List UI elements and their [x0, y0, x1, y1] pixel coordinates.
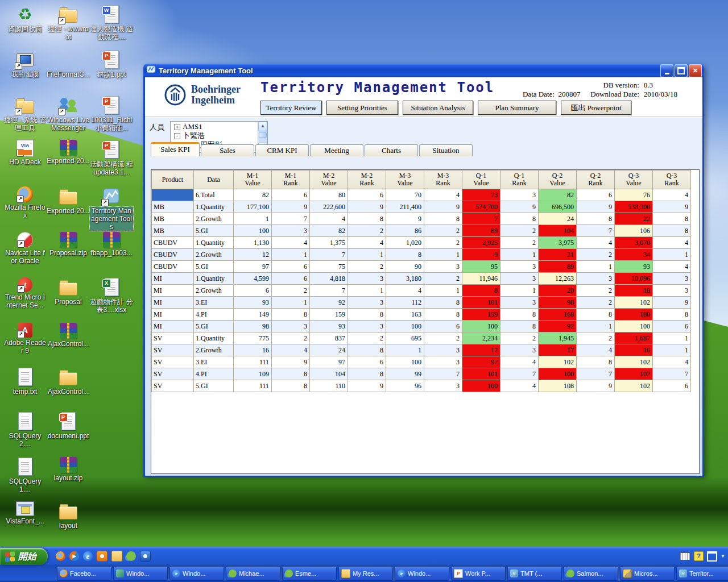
cell-value[interactable]: 12,263: [539, 273, 577, 285]
desktop-icon-20[interactable]: 遊戲物件計 分表3....xlsx: [90, 277, 133, 314]
cell-value[interactable]: 9: [462, 249, 500, 261]
cell-value[interactable]: 2: [424, 273, 462, 285]
cell-value[interactable]: 2: [348, 261, 386, 273]
tab-situation[interactable]: Situation: [419, 144, 473, 156]
nav-button-2[interactable]: Situation Analysis: [403, 101, 473, 115]
cell-value[interactable]: 8: [653, 225, 691, 237]
cell-value[interactable]: 97: [462, 356, 500, 368]
cell-value[interactable]: 4: [272, 344, 310, 356]
cell-value[interactable]: 4: [653, 237, 691, 249]
cell-value[interactable]: 100: [234, 225, 272, 237]
cell-value[interactable]: 222,600: [310, 201, 348, 213]
cell-value[interactable]: 6: [653, 380, 691, 392]
cell-value[interactable]: 9: [653, 201, 691, 213]
cell-value[interactable]: 8: [272, 380, 310, 392]
taskbar-button-5[interactable]: My Res...: [338, 566, 393, 581]
tree-item-0[interactable]: +AMS1: [171, 122, 258, 131]
cell-data[interactable]: 2.Growth: [194, 249, 234, 261]
taskbar-button-6[interactable]: eWindo...: [395, 566, 449, 581]
window-titlebar[interactable]: Territory Management Tool ✕: [143, 64, 704, 77]
cell-product[interactable]: CBUDV: [152, 249, 194, 261]
desktop-icon-21[interactable]: ↗Adobe Reader 9: [3, 323, 47, 355]
taskbar-button-9[interactable]: Salmon...: [564, 566, 618, 581]
keyboard-icon[interactable]: [680, 552, 690, 560]
cell-value[interactable]: 1: [386, 344, 424, 356]
cell-value[interactable]: 6: [234, 285, 272, 297]
desktop-icon-5[interactable]: 錯誤1.ppt: [90, 50, 133, 78]
cell-value[interactable]: 7: [424, 368, 462, 380]
cell-value[interactable]: 1: [653, 249, 691, 261]
cell-product[interactable]: CBUDV: [152, 261, 194, 273]
desktop-icon-12[interactable]: ↗Mozilla Firefox: [3, 186, 47, 219]
cell-value[interactable]: 180: [615, 309, 653, 321]
cell-value[interactable]: 159: [310, 309, 348, 321]
desktop-icon-15[interactable]: ↗Navicat Lite for Oracle: [3, 232, 47, 265]
desktop-icon-22[interactable]: AjaxControl...: [47, 323, 90, 348]
cell-value[interactable]: 6: [348, 189, 386, 201]
cell-value[interactable]: 1: [348, 249, 386, 261]
cell-value[interactable]: 2: [500, 237, 539, 249]
cell-value[interactable]: 1: [653, 332, 691, 344]
cell-value[interactable]: 7: [462, 213, 500, 225]
cell-value[interactable]: 9: [500, 201, 539, 213]
desktop-icon-6[interactable]: ↗捷徑 - 系統 管理工具: [3, 95, 47, 132]
cell-value[interactable]: 3: [348, 321, 386, 332]
cell-value[interactable]: 16: [234, 344, 272, 356]
cell-value[interactable]: 24: [539, 213, 577, 225]
cell-value[interactable]: 8: [348, 368, 386, 380]
cell-data[interactable]: 2.Growth: [194, 285, 234, 297]
cell-value[interactable]: 18: [615, 285, 653, 297]
taskbar-button-1[interactable]: Windo...: [113, 566, 168, 581]
cell-value[interactable]: 9: [577, 201, 615, 213]
cell-product[interactable]: MB: [152, 225, 194, 237]
cell-value[interactable]: 12: [234, 249, 272, 261]
cell-product[interactable]: MI: [152, 297, 194, 309]
cell-product[interactable]: SV: [152, 356, 194, 368]
desktop-icon-28[interactable]: layout.zip: [47, 457, 90, 482]
cell-data[interactable]: 3.EI: [194, 356, 234, 368]
desktop-icon-3[interactable]: ↗我的電腦: [3, 50, 47, 78]
cell-value[interactable]: 100: [462, 321, 500, 332]
column-header-m-2-value[interactable]: M-2Value: [310, 171, 348, 189]
cell-value[interactable]: 1: [577, 321, 615, 332]
column-header-q-1-rank[interactable]: Q-1Rank: [500, 171, 539, 189]
scroll-up-icon[interactable]: ▲: [258, 122, 267, 131]
tree-item-1[interactable]: -卜緊浩: [171, 131, 258, 140]
chevron-down-icon[interactable]: ▼: [721, 554, 725, 559]
outlook-icon[interactable]: [140, 551, 151, 562]
cell-value[interactable]: 1,375: [310, 237, 348, 249]
cell-value[interactable]: 96: [386, 380, 424, 392]
cell-value[interactable]: 3: [653, 285, 691, 297]
cell-value[interactable]: 34: [615, 249, 653, 261]
column-header-product[interactable]: Product: [152, 171, 194, 189]
cell-value[interactable]: 9: [272, 201, 310, 213]
cell-value[interactable]: 2: [577, 332, 615, 344]
cell-value[interactable]: 101: [462, 368, 500, 380]
cell-value[interactable]: 102: [615, 297, 653, 309]
maximize-button[interactable]: [675, 64, 688, 77]
cell-value[interactable]: 102: [539, 356, 577, 368]
cell-value[interactable]: 1: [500, 285, 539, 297]
taskbar-button-11[interactable]: ≈Territor...: [676, 566, 728, 581]
desktop-icon-25[interactable]: SQLQuery2....: [3, 411, 47, 448]
tab-crm-kpi[interactable]: CRM KPI: [255, 144, 309, 156]
cell-value[interactable]: 7: [653, 368, 691, 380]
desktop-icon-27[interactable]: SQLQuery1....: [3, 457, 47, 493]
cell-value[interactable]: 4,818: [310, 273, 348, 285]
cell-value[interactable]: 177,100: [234, 201, 272, 213]
cell-value[interactable]: 8: [500, 309, 539, 321]
cell-value[interactable]: 6: [272, 261, 310, 273]
desktop-icon-23[interactable]: temp.txt: [3, 367, 47, 396]
cell-value[interactable]: 2: [500, 225, 539, 237]
desktop-icon-18[interactable]: ↗Trend Micro Internet Se...: [3, 277, 47, 309]
cell-value[interactable]: 4: [653, 356, 691, 368]
desktop-icon-17[interactable]: fbapp_1003...: [90, 232, 133, 257]
scroll-thumb[interactable]: [259, 132, 267, 138]
cell-value[interactable]: 8: [462, 285, 500, 297]
cell-value[interactable]: 6: [272, 189, 310, 201]
desktop-icon-4[interactable]: FileFormatC...: [47, 50, 90, 78]
cell-value[interactable]: 8: [348, 344, 386, 356]
cell-value[interactable]: 2: [348, 225, 386, 237]
desktop-icon-26[interactable]: document.ppt: [47, 411, 90, 440]
taskbar-button-0[interactable]: Facebo...: [57, 566, 111, 581]
